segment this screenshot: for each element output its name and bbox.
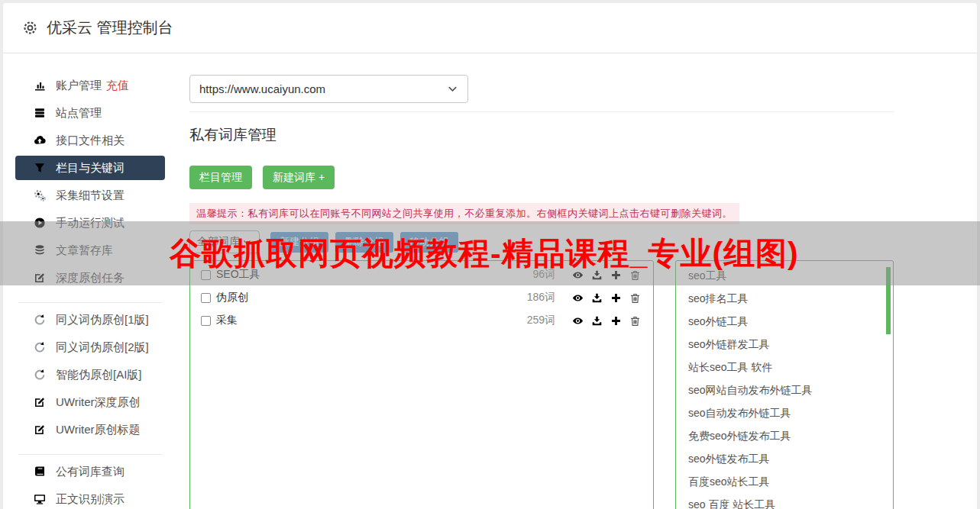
sidebar-item-public-lexicon[interactable]: 公有词库查询 [3, 458, 177, 485]
keyword-item[interactable]: 百度seo站长工具 [676, 470, 893, 493]
sidebar-item-columns-keywords[interactable]: 栏目与关键词 [15, 156, 165, 180]
tip-banner: 温馨提示：私有词库可以在同账号不同网站之间共享使用，不必重复添加。右侧框内关键词… [189, 203, 739, 224]
lexicon-group-select[interactable]: 全部词库 [189, 230, 260, 253]
lexicon-name[interactable]: SEO工具 [216, 268, 532, 282]
lexicon-word-count: 259词 [527, 314, 555, 327]
sidebar-item-label: 深度原创任务 [56, 271, 125, 285]
sidebar-item-interface-files[interactable]: 接口文件相关 [3, 127, 177, 154]
lexicon-row: 伪原创 186词 [201, 286, 641, 309]
new-group-button[interactable]: 新建分组 [270, 232, 328, 253]
keyword-item[interactable]: seo自动发布外链工具 [676, 401, 893, 424]
column-manage-button[interactable]: 栏目管理 [189, 166, 252, 189]
refresh-icon [34, 314, 46, 326]
monitor-icon [34, 493, 46, 505]
edit-icon [34, 396, 46, 408]
eye-icon[interactable] [572, 269, 584, 281]
sidebar-item-deep-original-task[interactable]: 深度原创任务 [3, 264, 177, 292]
database-icon [34, 244, 46, 256]
keyword-item[interactable]: seo工具 [676, 264, 893, 287]
sidebar-item-label: UWriter原创标题 [56, 423, 141, 437]
page-title: 私有词库管理 [189, 125, 894, 145]
main-panel: https://www.ucaiyun.com 私有词库管理 栏目管理 新建词库… [177, 53, 977, 509]
download-icon[interactable] [591, 315, 603, 327]
refresh-icon [34, 341, 46, 353]
edit-icon [34, 424, 46, 436]
eye-icon[interactable] [572, 292, 584, 304]
play-circle-icon [34, 217, 46, 229]
sidebar-item-label: 智能伪原创[AI版] [56, 368, 142, 382]
lexicon-word-count: 96词 [532, 268, 555, 282]
lexicon-checkbox[interactable] [201, 316, 211, 326]
sidebar-item-label: 手动运行测试 [56, 216, 125, 230]
keyword-item[interactable]: seo外链群发工具 [676, 333, 893, 356]
new-lexicon-button[interactable]: 新建词库 + [263, 166, 335, 189]
sidebar-item-account[interactable]: 账户管理 充值 [3, 72, 177, 99]
bar-chart-icon [34, 79, 46, 92]
app-title: 优采云 管理控制台 [47, 18, 173, 38]
cloud-upload-icon [34, 134, 46, 147]
trash-icon[interactable] [629, 292, 641, 304]
sidebar-item-article-store[interactable]: 文章暂存库 [3, 237, 177, 264]
plus-icon[interactable] [610, 315, 622, 327]
lexicon-checkbox[interactable] [201, 270, 211, 280]
download-icon[interactable] [591, 292, 603, 304]
delete-group-button[interactable]: 删除分组 [335, 232, 393, 253]
keyword-item[interactable]: 免费seo外链发布工具 [676, 424, 893, 447]
sidebar-item-sites[interactable]: 站点管理 [3, 99, 177, 127]
lexicon-list-panel: SEO工具 96词 伪原创 186词 [189, 260, 654, 509]
lexicon-checkbox[interactable] [201, 293, 211, 303]
group-toolbar: 全部词库 新建分组 删除分组 移动分组 [189, 230, 894, 253]
eye-icon[interactable] [572, 315, 584, 327]
lexicon-row: 采集 259词 [201, 309, 641, 332]
book-icon [34, 466, 46, 478]
divider [189, 111, 894, 112]
plus-icon[interactable] [610, 269, 622, 281]
sidebar-nav: 账户管理 充值 站点管理 接口文件相关 栏目与关键词 采集细节设置 手动运 [3, 53, 177, 509]
sidebar-item-label: 文章暂存库 [56, 243, 113, 258]
top-header: 优采云 管理控制台 [3, 3, 977, 53]
gear-icon [22, 20, 38, 36]
keyword-item[interactable]: seo外链发布工具 [676, 447, 893, 470]
scrollbar-thumb[interactable] [886, 267, 891, 334]
content-area: 账户管理 充值 站点管理 接口文件相关 栏目与关键词 采集细节设置 手动运 [3, 53, 977, 509]
keyword-list-panel: seo工具 seo排名工具 seo外链工具 seo外链群发工具 站长seo工具 … [675, 260, 894, 509]
sidebar-item-label: 栏目与关键词 [56, 161, 125, 176]
sidebar-item-content-recognition[interactable]: 正文识别演示 [3, 485, 177, 509]
keyword-item[interactable]: 站长seo工具 软件 [676, 356, 893, 379]
lexicon-name[interactable]: 伪原创 [216, 291, 527, 304]
edit-icon [34, 272, 46, 284]
sidebar-divider [18, 454, 162, 455]
lexicon-name[interactable]: 采集 [216, 314, 527, 327]
sidebar-item-synonym-v1[interactable]: 同义词伪原创[1版] [3, 306, 177, 333]
sidebar-item-label: 正文识别演示 [56, 492, 125, 507]
sidebar-item-ai-rewrite[interactable]: 智能伪原创[AI版] [3, 361, 177, 388]
sidebar-item-label: 账户管理 [56, 79, 102, 93]
filter-icon [34, 162, 46, 174]
lexicon-word-count: 186词 [527, 291, 555, 304]
download-icon[interactable] [591, 269, 603, 281]
move-group-button[interactable]: 移动分组 [400, 232, 458, 253]
sidebar-item-label: 公有词库查询 [56, 465, 125, 479]
keyword-item[interactable]: seo网站自动发布外链工具 [676, 379, 893, 401]
trash-icon[interactable] [629, 269, 641, 281]
refresh-icon [34, 369, 46, 381]
sidebar-item-synonym-v2[interactable]: 同义词伪原创[2版] [3, 333, 177, 361]
keyword-item[interactable]: seo排名工具 [676, 287, 893, 310]
recharge-link[interactable]: 充值 [106, 79, 129, 93]
plus-icon[interactable] [610, 292, 622, 304]
sidebar-item-uwriter-title[interactable]: UWriter原创标题 [3, 416, 177, 443]
sidebar-item-label: 采集细节设置 [56, 188, 125, 203]
chevron-down-icon [447, 83, 458, 95]
sidebar-item-label: UWriter深度原创 [56, 395, 141, 410]
sidebar-item-label: 同义词伪原创[1版] [56, 313, 149, 327]
trash-icon[interactable] [629, 315, 641, 327]
sidebar-item-manual-run[interactable]: 手动运行测试 [3, 209, 177, 237]
keyword-item[interactable]: seo 百度 站长工具 [676, 493, 893, 509]
sidebar-item-uwriter-deep[interactable]: UWriter深度原创 [3, 388, 177, 416]
sidebar-item-label: 站点管理 [56, 106, 102, 121]
lexicon-row: SEO工具 96词 [201, 263, 641, 286]
keyword-item[interactable]: seo外链工具 [676, 310, 893, 333]
site-select[interactable]: https://www.ucaiyun.com [189, 75, 468, 103]
sidebar-item-collection-settings[interactable]: 采集细节设置 [3, 182, 177, 209]
admin-console-page: 优采云 管理控制台 账户管理 充值 站点管理 接口文件相关 栏目与关键词 [0, 0, 980, 509]
